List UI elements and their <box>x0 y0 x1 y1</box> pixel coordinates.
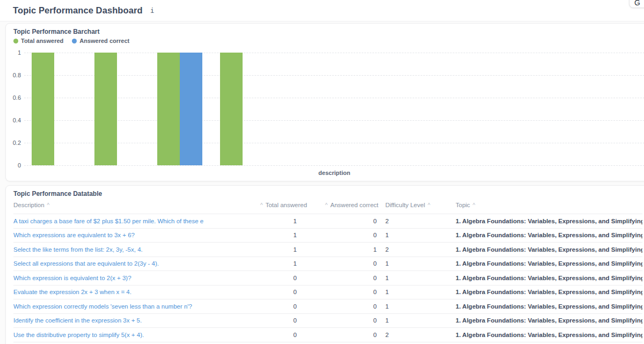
cell-difficulty-level: 2 <box>378 332 453 338</box>
cell-total-answered: 0 <box>260 303 298 310</box>
cell-total-answered: 1 <box>260 218 298 224</box>
x-axis-label: description <box>24 170 644 176</box>
cell-difficulty-level: 1 <box>378 303 453 310</box>
page-title: Topic Performance Dashboard <box>13 5 143 16</box>
y-axis-tick-label: 0 <box>6 162 21 169</box>
cell-description[interactable]: Select all expressions that are equivale… <box>13 260 260 267</box>
legend-dot-blue <box>72 39 77 43</box>
cell-topic: 1. Algebra Foundations: Variables, Expre… <box>453 289 642 295</box>
cell-difficulty-level: 1 <box>378 275 453 281</box>
gridline <box>24 165 644 166</box>
cell-total-answered: 0 <box>260 332 298 338</box>
legend-label: Total answered <box>21 38 63 44</box>
cell-answered-correct: 0 <box>298 232 378 238</box>
y-axis-tick-label: 0.2 <box>6 140 21 146</box>
cell-topic: 1. Algebra Foundations: Variables, Expre… <box>453 317 642 324</box>
plot-area <box>24 53 644 165</box>
gridline <box>24 53 644 53</box>
cell-description[interactable]: A taxi charges a base fare of $2 plus $1… <box>13 218 260 224</box>
cell-topic: 1. Algebra Foundations: Variables, Expre… <box>453 246 642 253</box>
table-row: Select the like terms from the list: 2x,… <box>13 242 642 257</box>
cell-answered-correct: 0 <box>298 218 378 224</box>
chart-legend: Total answered Answered correct <box>13 38 129 44</box>
cell-total-answered: 0 <box>260 289 298 295</box>
corner-button[interactable]: G <box>629 0 644 8</box>
bar-total-answered[interactable] <box>94 53 117 165</box>
gridline <box>24 120 644 121</box>
cell-difficulty-level: 1 <box>378 232 453 238</box>
cell-difficulty-level: 1 <box>378 317 453 324</box>
table-row: Select all expressions that are equivale… <box>13 257 642 271</box>
sort-caret-icon: ^ <box>325 202 328 208</box>
cell-answered-correct: 0 <box>298 289 378 295</box>
cell-description[interactable]: Which expressions are equivalent to 3x +… <box>13 232 260 238</box>
cell-answered-correct: 0 <box>298 275 378 281</box>
chart-card: Topic Performance Barchart Total answere… <box>5 23 644 181</box>
y-axis-tick-label: 0.4 <box>6 117 21 123</box>
cell-description[interactable]: Select the like terms from the list: 2x,… <box>13 246 260 253</box>
gridline <box>24 98 644 98</box>
top-bar: Topic Performance Dashboard i <box>0 0 644 21</box>
column-header-topic[interactable]: Topic^ <box>453 202 642 208</box>
cell-topic: 1. Algebra Foundations: Variables, Expre… <box>453 260 642 267</box>
column-header-difficulty-level[interactable]: Difficulty Level^ <box>378 202 453 208</box>
cell-answered-correct: 0 <box>298 260 378 267</box>
column-header-answered-correct[interactable]: ^Answered correct <box>298 202 378 208</box>
table-row: Evaluate the expression 2x + 3 when x = … <box>13 285 642 299</box>
table-row: Identify the coefficient in the expressi… <box>13 313 642 328</box>
cell-answered-correct: 1 <box>298 246 378 253</box>
cell-answered-correct: 0 <box>298 317 378 324</box>
legend-item-answered-correct[interactable]: Answered correct <box>72 38 129 44</box>
cell-topic: 1. Algebra Foundations: Variables, Expre… <box>453 232 642 238</box>
legend-dot-green <box>13 39 18 43</box>
data-table: Description^ ^Total answered ^Answered c… <box>13 196 642 342</box>
table-row: Which expressions are equivalent to 3x +… <box>13 228 642 243</box>
info-icon[interactable]: i <box>150 7 155 14</box>
cell-answered-correct: 0 <box>298 332 378 338</box>
table-row: Which expression correctly models 'seven… <box>13 299 642 313</box>
sort-caret-icon: ^ <box>47 202 50 208</box>
cell-description[interactable]: Which expression is equivalent to 2(x + … <box>13 275 260 281</box>
cell-topic: 1. Algebra Foundations: Variables, Expre… <box>453 303 642 310</box>
cell-topic: 1. Algebra Foundations: Variables, Expre… <box>453 218 642 224</box>
sort-caret-icon: ^ <box>428 202 430 208</box>
cell-description[interactable]: Evaluate the expression 2x + 3 when x = … <box>13 289 260 295</box>
cell-total-answered: 1 <box>260 246 298 253</box>
cell-total-answered: 0 <box>260 275 298 281</box>
column-header-total-answered[interactable]: ^Total answered <box>260 202 298 208</box>
chart-title: Topic Performance Barchart <box>13 28 100 35</box>
table-body: A taxi charges a base fare of $2 plus $1… <box>13 214 642 342</box>
sort-caret-icon: ^ <box>260 202 263 208</box>
cell-description[interactable]: Which expression correctly models 'seven… <box>13 303 260 310</box>
sort-caret-icon: ^ <box>473 202 475 208</box>
bar-total-answered[interactable] <box>220 53 243 165</box>
cell-total-answered: 1 <box>260 232 298 238</box>
cell-description[interactable]: Identify the coefficient in the expressi… <box>13 317 260 324</box>
gridline <box>24 143 644 143</box>
table-row: A taxi charges a base fare of $2 plus $1… <box>13 214 642 228</box>
bar-total-answered[interactable] <box>157 53 180 165</box>
table-row: Which expression is equivalent to 2(x + … <box>13 270 642 285</box>
cell-topic: 1. Algebra Foundations: Variables, Expre… <box>453 332 642 338</box>
y-axis-tick-label: 0.8 <box>6 72 21 78</box>
cell-difficulty-level: 1 <box>378 289 453 295</box>
legend-item-total-answered[interactable]: Total answered <box>13 38 63 44</box>
table-row: Use the distributive property to simplif… <box>13 327 642 342</box>
corner-button-glyph: G <box>634 0 640 7</box>
bar-total-answered[interactable] <box>32 53 54 165</box>
legend-label: Answered correct <box>79 38 129 44</box>
cell-total-answered: 0 <box>260 317 298 324</box>
column-header-description[interactable]: Description^ <box>13 202 260 208</box>
cell-difficulty-level: 1 <box>378 260 453 267</box>
table-card: Topic Performance Datatable Description^… <box>5 185 644 344</box>
table-header-row: Description^ ^Total answered ^Answered c… <box>13 196 642 214</box>
cell-description[interactable]: Use the distributive property to simplif… <box>13 332 260 338</box>
cell-topic: 1. Algebra Foundations: Variables, Expre… <box>453 275 642 281</box>
gridline <box>24 75 644 76</box>
bar-answered-correct[interactable] <box>180 53 202 165</box>
cell-total-answered: 1 <box>260 260 298 267</box>
cell-difficulty-level: 2 <box>378 218 453 224</box>
cell-difficulty-level: 2 <box>378 246 453 253</box>
cell-answered-correct: 0 <box>298 303 378 310</box>
y-axis-tick-label: 1 <box>6 49 21 56</box>
